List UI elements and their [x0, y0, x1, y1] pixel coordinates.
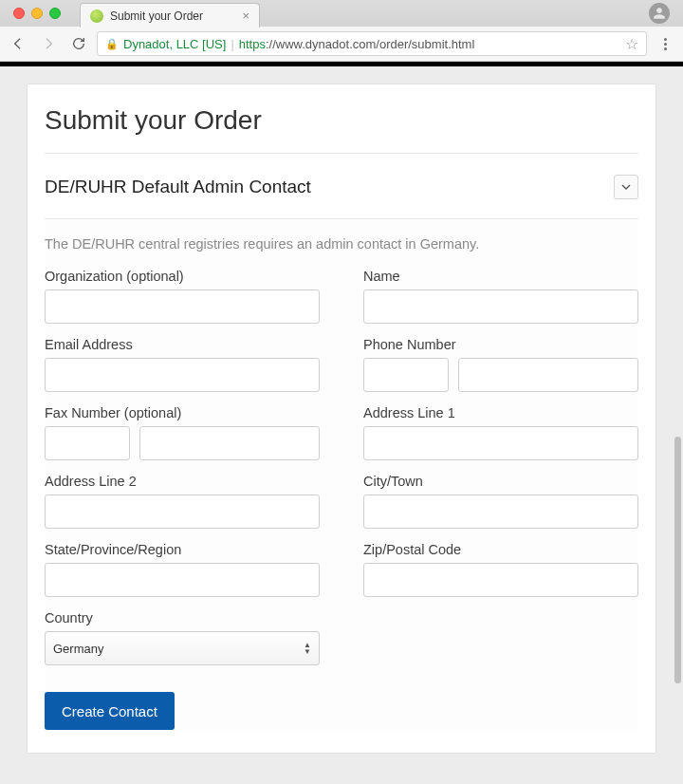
url-separator: | — [231, 37, 233, 51]
divider — [45, 153, 638, 154]
fax-country-code-input[interactable] — [45, 426, 130, 460]
url-display: https://www.dynadot.com/order/submit.htm… — [239, 37, 475, 51]
fax-label: Fax Number (optional) — [45, 405, 320, 420]
email-label: Email Address — [45, 337, 320, 352]
back-button[interactable] — [6, 31, 30, 56]
scrollbar-thumb[interactable] — [674, 437, 681, 683]
address2-input[interactable] — [45, 495, 320, 529]
address1-field: Address Line 1 — [363, 405, 638, 460]
chevron-down-icon — [621, 184, 631, 190]
tab-title: Submit your Order — [110, 9, 203, 23]
ev-cert-label: Dynadot, LLC [US] — [123, 37, 226, 51]
phone-country-code-input[interactable] — [363, 358, 449, 392]
city-input[interactable] — [363, 495, 638, 529]
create-contact-button[interactable]: Create Contact — [45, 692, 175, 730]
browser-tab[interactable]: Submit your Order × — [80, 3, 260, 28]
email-input[interactable] — [45, 358, 320, 392]
form-intro-text: The DE/RUHR central registries requires … — [45, 236, 638, 252]
state-label: State/Province/Region — [45, 542, 320, 557]
section-title: DE/RUHR Default Admin Contact — [45, 177, 311, 197]
browser-menu-icon[interactable] — [653, 38, 677, 50]
name-label: Name — [363, 269, 638, 284]
name-field: Name — [363, 269, 638, 324]
phone-number-input[interactable] — [458, 358, 638, 392]
country-field: Country Germany ▲▼ — [45, 610, 320, 665]
phone-label: Phone Number — [363, 337, 638, 352]
page-title: Submit your Order — [45, 105, 638, 136]
name-input[interactable] — [363, 289, 638, 324]
lock-icon: 🔒 — [105, 38, 119, 50]
bookmark-star-icon[interactable]: ☆ — [625, 35, 638, 53]
forward-button[interactable] — [36, 31, 61, 56]
browser-chrome: Submit your Order × 🔒 Dynadot, LLC [US] … — [0, 0, 683, 62]
email-field: Email Address — [45, 337, 320, 392]
window-controls — [8, 8, 66, 19]
tab-close-icon[interactable]: × — [242, 9, 249, 23]
zip-label: Zip/Postal Code — [363, 542, 638, 557]
address2-field: Address Line 2 — [45, 474, 320, 529]
window-close-button[interactable] — [13, 8, 25, 19]
profile-avatar-icon[interactable] — [649, 3, 670, 24]
address1-input[interactable] — [363, 426, 638, 460]
fax-number-input[interactable] — [139, 426, 320, 460]
order-card: Submit your Order DE/RUHR Default Admin … — [27, 84, 656, 754]
nav-bar: 🔒 Dynadot, LLC [US] | https://www.dynado… — [0, 27, 683, 61]
url-path: ://www.dynadot.com/order/submit.html — [266, 37, 474, 51]
country-select[interactable]: Germany — [45, 631, 320, 665]
window-minimize-button[interactable] — [31, 8, 43, 19]
zip-input[interactable] — [363, 563, 638, 597]
zip-field: Zip/Postal Code — [363, 542, 638, 597]
tab-bar: Submit your Order × — [0, 0, 683, 27]
section-collapse-button[interactable] — [614, 175, 638, 199]
page-background: Submit your Order DE/RUHR Default Admin … — [0, 66, 683, 784]
organization-input[interactable] — [45, 289, 320, 324]
fax-field: Fax Number (optional) — [45, 405, 320, 460]
city-field: City/Town — [363, 474, 638, 529]
phone-field: Phone Number — [363, 337, 638, 392]
organization-label: Organization (optional) — [45, 269, 320, 284]
state-field: State/Province/Region — [45, 542, 320, 597]
favicon-icon — [90, 9, 103, 23]
url-protocol: https — [239, 37, 266, 51]
country-label: Country — [45, 610, 320, 625]
address1-label: Address Line 1 — [363, 405, 638, 420]
state-input[interactable] — [45, 563, 320, 597]
contact-form: The DE/RUHR central registries requires … — [45, 218, 638, 730]
window-maximize-button[interactable] — [49, 8, 61, 19]
address2-label: Address Line 2 — [45, 474, 320, 489]
organization-field: Organization (optional) — [45, 269, 320, 324]
section-header: DE/RUHR Default Admin Contact — [45, 175, 638, 199]
reload-button[interactable] — [66, 31, 91, 56]
address-bar[interactable]: 🔒 Dynadot, LLC [US] | https://www.dynado… — [97, 31, 647, 56]
city-label: City/Town — [363, 474, 638, 489]
